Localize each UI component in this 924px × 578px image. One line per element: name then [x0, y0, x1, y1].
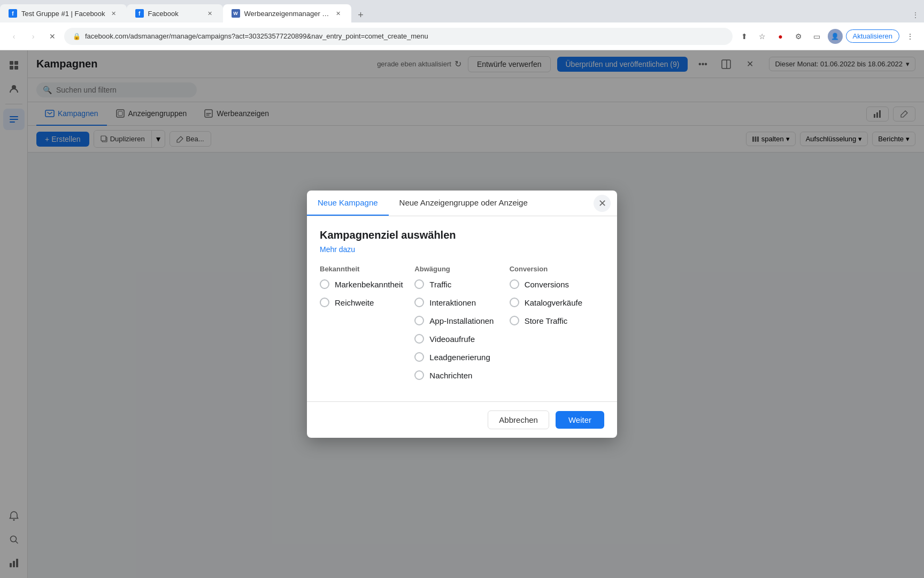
extension-button-2[interactable]: ⚙ [791, 29, 806, 44]
label-conversions: Conversions [525, 280, 569, 289]
tab-close-1[interactable]: ✕ [110, 9, 118, 18]
label-reichweite: Reichweite [335, 298, 374, 307]
tab-close-3[interactable]: ✕ [334, 9, 343, 18]
option-videoaufrufe[interactable]: Videoaufrufe [414, 334, 509, 344]
option-interaktionen[interactable]: Interaktionen [414, 298, 509, 307]
reload-button[interactable]: ✕ [45, 29, 60, 44]
option-app-installationen[interactable]: App-Installationen [414, 316, 509, 325]
label-markenbekanntheit: Markenbekanntheit [335, 280, 403, 289]
window-menu-button[interactable]: ⋮ [909, 7, 922, 22]
objective-section: Bekanntheit Markenbekanntheit Reichweite [320, 265, 604, 389]
address-bar[interactable]: 🔒 facebook.com/adsmanager/manage/campaig… [64, 28, 733, 45]
column-header-abwagung: Abwägung [414, 265, 509, 273]
option-katalogverkaufe[interactable]: Katalogverkäufe [510, 298, 604, 307]
radio-nachrichten[interactable] [414, 370, 424, 380]
option-conversions[interactable]: Conversions [510, 279, 604, 289]
tab-favicon-3: W [232, 9, 240, 18]
option-nachrichten[interactable]: Nachrichten [414, 370, 509, 380]
modal: Neue Kampagne Neue Anzeigengruppe oder A… [307, 191, 617, 438]
modal-tabs: Neue Kampagne Neue Anzeigengruppe oder A… [307, 191, 617, 216]
tab-title-1: Test Gruppe #1 | Facebook [21, 10, 105, 18]
modal-mehr-dazu-link[interactable]: Mehr dazu [320, 245, 355, 254]
cancel-button[interactable]: Abbrechen [488, 410, 549, 429]
radio-interaktionen[interactable] [414, 298, 424, 307]
label-traffic: Traffic [429, 280, 451, 289]
column-header-bekanntheit: Bekanntheit [320, 265, 414, 273]
share-button[interactable]: ⬆ [737, 29, 752, 44]
column-header-conversion: Conversion [510, 265, 604, 273]
option-reichweite[interactable]: Reichweite [320, 298, 414, 307]
modal-tab-neue-gruppe-label: Neue Anzeigengruppe oder Anzeige [399, 198, 528, 207]
new-tab-button[interactable]: + [353, 7, 368, 22]
radio-app-installationen[interactable] [414, 316, 424, 325]
radio-store-traffic[interactable] [510, 316, 519, 325]
back-button[interactable]: ‹ [6, 29, 21, 44]
objective-column-conversion: Conversion Conversions Katalogverkäufe [510, 265, 604, 389]
radio-traffic[interactable] [414, 279, 424, 289]
browser-tab-3[interactable]: W Werbeanzeigenmanager - Wer... ✕ [223, 4, 351, 22]
browser-tab-2[interactable]: f Facebook ✕ [127, 4, 223, 22]
modal-body: Kampagnenziel auswählen Mehr dazu Bekann… [307, 216, 617, 401]
browser-toolbar: ‹ › ✕ 🔒 facebook.com/adsmanager/manage/c… [0, 22, 924, 50]
extension-button-1[interactable]: ● [773, 29, 788, 44]
label-store-traffic: Store Traffic [525, 316, 568, 325]
radio-leadgenerierung[interactable] [414, 352, 424, 362]
browser-tab-1[interactable]: f Test Gruppe #1 | Facebook ✕ [0, 4, 127, 22]
app-content: Kampagnen gerade eben aktualisiert ↻ Ent… [0, 50, 924, 578]
option-traffic[interactable]: Traffic [414, 279, 509, 289]
forward-button[interactable]: › [26, 29, 41, 44]
objective-column-abwagung: Abwägung Traffic Interaktionen [414, 265, 509, 389]
modal-close-button[interactable]: ✕ [594, 195, 611, 212]
profile-button[interactable]: 👤 [828, 29, 843, 44]
tab-favicon-1: f [9, 9, 17, 18]
label-app-installationen: App-Installationen [429, 316, 494, 325]
browser-tabs-bar: f Test Gruppe #1 | Facebook ✕ f Facebook… [0, 0, 924, 22]
objective-columns: Bekanntheit Markenbekanntheit Reichweite [320, 265, 604, 389]
label-videoaufrufe: Videoaufrufe [429, 334, 475, 344]
label-interaktionen: Interaktionen [429, 298, 476, 307]
radio-conversions[interactable] [510, 279, 519, 289]
option-leadgenerierung[interactable]: Leadgenerierung [414, 352, 509, 362]
tab-title-3: Werbeanzeigenmanager - Wer... [244, 10, 330, 18]
browser-menu-button[interactable]: ⋮ [903, 29, 918, 44]
option-store-traffic[interactable]: Store Traffic [510, 316, 604, 325]
bookmark-button[interactable]: ☆ [755, 29, 770, 44]
tab-title-2: Facebook [148, 10, 202, 18]
option-markenbekanntheit[interactable]: Markenbekanntheit [320, 279, 414, 289]
radio-markenbekanntheit[interactable] [320, 279, 329, 289]
label-leadgenerierung: Leadgenerierung [429, 353, 490, 362]
radio-katalogverkaufe[interactable] [510, 298, 519, 307]
modal-overlay[interactable]: Neue Kampagne Neue Anzeigengruppe oder A… [0, 50, 924, 578]
label-katalogverkaufe: Katalogverkäufe [525, 298, 582, 307]
browser-toolbar-actions: ⬆ ☆ ● ⚙ ▭ 👤 Aktualisieren ⋮ [737, 29, 918, 44]
modal-tab-neue-gruppe[interactable]: Neue Anzeigengruppe oder Anzeige [389, 191, 538, 216]
label-nachrichten: Nachrichten [429, 371, 472, 380]
modal-title: Kampagnenziel auswählen [320, 229, 604, 241]
modal-tab-neue-kampagne-label: Neue Kampagne [318, 198, 378, 207]
tab-favicon-2: f [135, 9, 144, 18]
objective-column-bekanntheit: Bekanntheit Markenbekanntheit Reichweite [320, 265, 414, 389]
tab-close-2[interactable]: ✕ [206, 9, 214, 18]
modal-footer: Abbrechen Weiter [307, 401, 617, 438]
modal-tab-neue-kampagne[interactable]: Neue Kampagne [307, 191, 389, 216]
url-text: facebook.com/adsmanager/manage/campaigns… [85, 32, 428, 40]
radio-videoaufrufe[interactable] [414, 334, 424, 344]
lock-icon: 🔒 [73, 33, 81, 40]
aktualisieren-button[interactable]: Aktualisieren [846, 29, 899, 43]
next-button[interactable]: Weiter [556, 411, 604, 429]
radio-reichweite[interactable] [320, 298, 329, 307]
split-view-button[interactable]: ▭ [810, 29, 825, 44]
